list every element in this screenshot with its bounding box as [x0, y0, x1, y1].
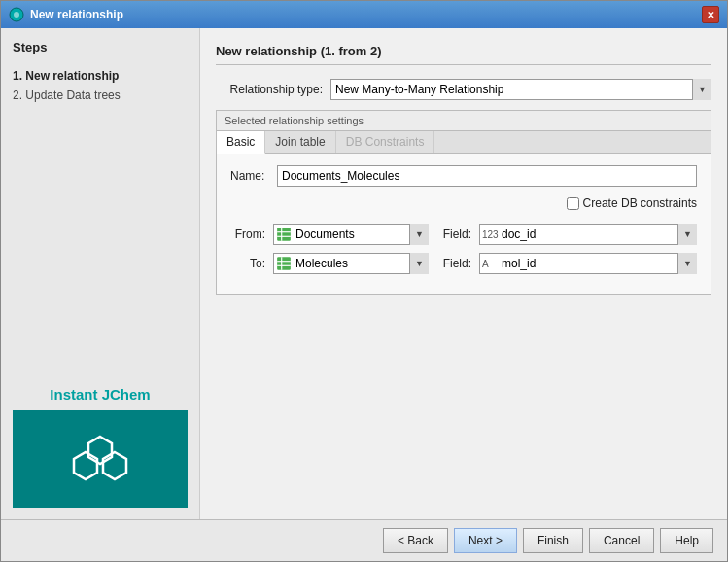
relationship-type-select[interactable]: New Many-to-Many Relationship	[330, 79, 711, 100]
settings-box: Selected relationship settings Basic Joi…	[216, 110, 711, 295]
from-select[interactable]: Documents	[273, 224, 429, 245]
step-2-number: 2.	[13, 88, 22, 102]
tabs-row: Basic Join table DB Constraints	[217, 131, 711, 154]
svg-marker-2	[88, 437, 112, 464]
sidebar-logo-area: Instant JChem	[13, 386, 188, 508]
to-field-select[interactable]: mol_id	[479, 253, 697, 274]
title-bar: New relationship ✕	[1, 1, 727, 28]
from-label: From:	[230, 228, 265, 241]
next-button[interactable]: Next >	[454, 528, 517, 553]
content-area: Steps 1. New relationship 2. Update Data…	[1, 28, 727, 519]
create-db-label[interactable]: Create DB constraints	[567, 196, 697, 210]
name-label: Name:	[230, 169, 269, 183]
back-button[interactable]: < Back	[383, 528, 448, 553]
ijchem-label: Instant JChem	[50, 386, 150, 403]
window-icon	[9, 7, 24, 22]
step-1-number: 1.	[13, 69, 22, 83]
title-bar-left: New relationship	[9, 7, 123, 22]
to-row: To: Molecules ▼	[230, 253, 697, 274]
footer: < Back Next > Finish Cancel Help	[1, 519, 727, 561]
window-title: New relationship	[30, 8, 123, 21]
relationship-type-row: Relationship type: New Many-to-Many Rela…	[216, 79, 711, 100]
from-field-label: Field:	[436, 228, 471, 241]
name-input[interactable]	[277, 165, 697, 187]
main-panel: New relationship (1. from 2) Relationshi…	[200, 28, 727, 519]
svg-marker-3	[103, 452, 126, 479]
relationship-type-label: Relationship type:	[216, 83, 323, 96]
logo-box	[13, 410, 188, 508]
step-1-label: New relationship	[25, 69, 119, 83]
from-select-wrapper[interactable]: Documents ▼	[273, 224, 429, 245]
logo-svg	[66, 425, 134, 493]
steps-title: Steps	[13, 40, 188, 54]
help-button[interactable]: Help	[660, 528, 713, 553]
finish-button[interactable]: Finish	[523, 528, 583, 553]
tab-basic[interactable]: Basic	[217, 131, 265, 154]
from-field-select-wrapper[interactable]: 123 doc_id ▼	[479, 224, 697, 245]
sidebar: Steps 1. New relationship 2. Update Data…	[1, 28, 200, 519]
relationship-type-select-wrapper[interactable]: New Many-to-Many Relationship ▼	[330, 79, 711, 100]
to-label: To:	[230, 257, 265, 270]
step-1: 1. New relationship	[13, 66, 188, 86]
to-select-wrapper[interactable]: Molecules ▼	[273, 253, 429, 274]
from-row: From: Documents ▼	[230, 224, 697, 245]
step-2-label: Update Data trees	[25, 88, 120, 102]
settings-content: Name: Create DB constraints From:	[217, 154, 711, 294]
from-field-select[interactable]: doc_id	[479, 224, 697, 245]
panel-title: New relationship (1. from 2)	[216, 44, 711, 65]
tab-join-table[interactable]: Join table	[265, 131, 335, 153]
svg-point-1	[14, 12, 19, 18]
close-button[interactable]: ✕	[702, 6, 719, 23]
settings-header: Selected relationship settings	[217, 111, 711, 131]
cancel-button[interactable]: Cancel	[589, 528, 654, 553]
step-2: 2. Update Data trees	[13, 86, 188, 105]
to-field-label: Field:	[436, 257, 471, 270]
svg-marker-4	[74, 452, 97, 479]
to-field-select-wrapper[interactable]: A mol_id ▼	[479, 253, 697, 274]
checkbox-row: Create DB constraints	[230, 196, 697, 210]
tab-db-constraints: DB Constraints	[336, 131, 435, 153]
dialog-window: New relationship ✕ Steps 1. New relation…	[0, 0, 728, 562]
to-select[interactable]: Molecules	[273, 253, 429, 274]
create-db-checkbox[interactable]	[567, 197, 579, 210]
name-row: Name:	[230, 165, 697, 187]
